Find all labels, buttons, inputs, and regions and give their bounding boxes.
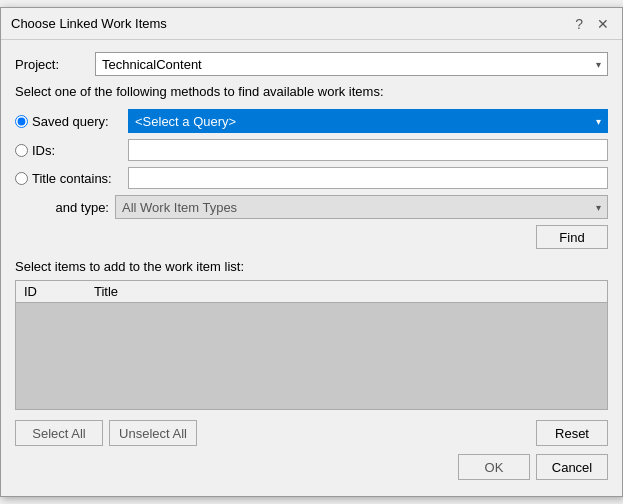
work-items-instruction: Select items to add to the work item lis… (15, 259, 608, 274)
project-value: TechnicalContent (102, 57, 202, 72)
ids-radio[interactable] (15, 144, 28, 157)
title-contains-input[interactable] (128, 167, 608, 189)
ids-input[interactable] (128, 139, 608, 161)
unselect-all-button[interactable]: Unselect All (109, 420, 197, 446)
dialog-title: Choose Linked Work Items (11, 16, 167, 31)
select-all-button[interactable]: Select All (15, 420, 103, 446)
saved-query-row: Saved query: <Select a Query> ▾ (15, 109, 608, 133)
dialog-content: Project: TechnicalContent ▾ Select one o… (1, 40, 622, 496)
title-bar: Choose Linked Work Items ? ✕ (1, 8, 622, 40)
help-button[interactable]: ? (572, 17, 586, 31)
and-type-dropdown[interactable]: All Work Item Types ▾ (115, 195, 608, 219)
saved-query-label: Saved query: (32, 114, 128, 129)
and-type-dropdown-arrow: ▾ (596, 202, 601, 213)
col-title-header: Title (94, 284, 599, 299)
project-dropdown-arrow: ▾ (596, 59, 601, 70)
saved-query-dropdown[interactable]: <Select a Query> ▾ (128, 109, 608, 133)
project-label: Project: (15, 57, 95, 72)
close-button[interactable]: ✕ (594, 17, 612, 31)
reset-button[interactable]: Reset (536, 420, 608, 446)
cancel-button[interactable]: Cancel (536, 454, 608, 480)
find-button[interactable]: Find (536, 225, 608, 249)
table-header: ID Title (16, 281, 607, 303)
ids-row: IDs: (15, 139, 608, 161)
col-id-header: ID (24, 284, 94, 299)
dialog: Choose Linked Work Items ? ✕ Project: Te… (0, 7, 623, 497)
saved-query-radio[interactable] (15, 115, 28, 128)
and-type-row: and type: All Work Item Types ▾ (15, 195, 608, 219)
bottom-row: Select All Unselect All Reset (15, 420, 608, 446)
project-dropdown[interactable]: TechnicalContent ▾ (95, 52, 608, 76)
title-contains-radio[interactable] (15, 172, 28, 185)
title-contains-row: Title contains: (15, 167, 608, 189)
ok-cancel-row: OK Cancel (15, 454, 608, 484)
methods-instruction: Select one of the following methods to f… (15, 84, 608, 99)
ids-label: IDs: (32, 143, 128, 158)
work-items-table: ID Title (15, 280, 608, 410)
and-type-label: and type: (15, 200, 115, 215)
left-buttons: Select All Unselect All (15, 420, 197, 446)
find-row: Find (15, 225, 608, 249)
title-contains-label: Title contains: (32, 171, 128, 186)
and-type-value: All Work Item Types (122, 200, 237, 215)
project-row: Project: TechnicalContent ▾ (15, 52, 608, 76)
table-body (16, 303, 607, 403)
title-bar-actions: ? ✕ (572, 17, 612, 31)
saved-query-placeholder: <Select a Query> (135, 114, 236, 129)
ok-button[interactable]: OK (458, 454, 530, 480)
saved-query-dropdown-arrow: ▾ (596, 116, 601, 127)
